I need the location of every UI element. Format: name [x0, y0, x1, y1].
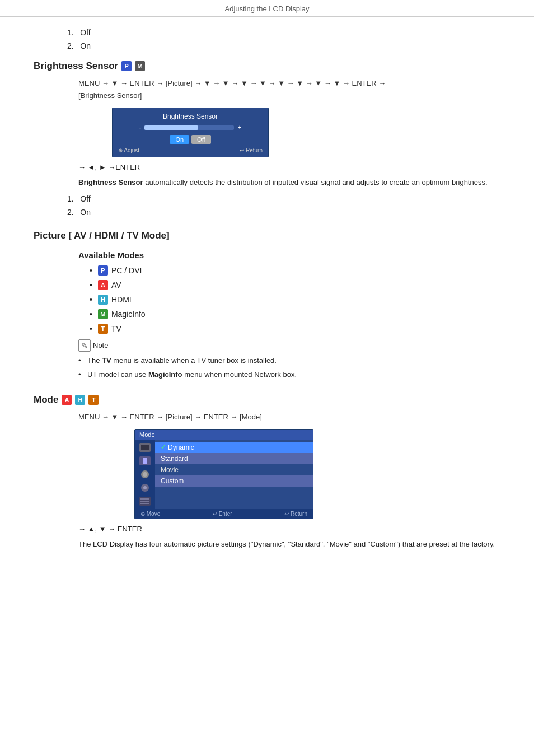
- mode-screen: Mode: [134, 429, 313, 519]
- bs-buttons: On Off: [118, 135, 263, 144]
- bs-minus-icon: -: [139, 124, 141, 132]
- brightness-sensor-heading: Brightness Sensor P M: [34, 60, 500, 72]
- mode-movie: Movie: [155, 464, 313, 475]
- title-text: Adjusting the LCD Display: [224, 4, 309, 13]
- badge-tv: T: [98, 324, 108, 334]
- badge-p: P: [121, 61, 132, 71]
- bs-plus-icon: +: [237, 124, 241, 132]
- bottom-divider: [0, 578, 534, 578]
- mode-dynamic: ✓ Dynamic: [155, 442, 313, 453]
- mode-custom: Custom: [155, 475, 313, 487]
- badge-hdmi: H: [98, 295, 108, 305]
- mode-screen-title: Mode: [135, 430, 313, 440]
- brightness-sensor-screen: Brightness Sensor - + On Off ⊕ Adjust ↩ …: [112, 108, 269, 157]
- mode-tv: • T TV: [90, 324, 500, 334]
- bs-footer: ⊕ Adjust ↩ Return: [118, 146, 263, 153]
- bs-off-button[interactable]: Off: [191, 135, 210, 144]
- note-box: ✎ Note The TV menu is available when a T…: [78, 339, 500, 381]
- svg-point-7: [143, 486, 147, 489]
- svg-point-5: [143, 472, 147, 477]
- list-item-2-on: 2. On: [67, 41, 500, 50]
- bs-screen-title: Brightness Sensor: [118, 113, 263, 120]
- note-item-2: UT model can use MagicInfo menu when mou…: [78, 369, 500, 381]
- mode-empty-rows: [155, 487, 313, 507]
- mode-icon-4: [138, 482, 152, 493]
- badge-pc: P: [98, 265, 108, 276]
- mode-screen-footer: ⊕ Move ↵ Enter ↩ Return: [135, 509, 313, 519]
- mode-screen-icons: [135, 440, 155, 509]
- note-list: The TV menu is available when a TV tuner…: [78, 355, 500, 381]
- mode-pc-dvi: • P PC / DVI: [90, 265, 500, 276]
- note-label: Note: [93, 341, 108, 349]
- bs-list-2: 2. On: [67, 208, 500, 217]
- brightness-sensor-title: Brightness Sensor: [34, 60, 118, 72]
- bs-slider-track: [144, 125, 234, 130]
- mode-section-heading: Mode A H T: [34, 394, 500, 405]
- bs-slider-row: - +: [118, 124, 263, 132]
- mode-screen-menu: ✓ Dynamic Standard Movie Custom: [155, 440, 313, 509]
- mode-av: • A AV: [90, 280, 500, 290]
- badge-av: A: [98, 280, 108, 290]
- picture-section-heading: Picture [ AV / HDMI / TV Mode]: [34, 230, 500, 241]
- note-icon-row: ✎ Note: [78, 339, 108, 352]
- mode-menu-path: MENU → ▼ → ENTER → [Picture] → ENTER → […: [78, 411, 500, 423]
- badge-m: M: [135, 61, 145, 71]
- mode-section-title: Mode: [34, 394, 58, 405]
- note-item-1: The TV menu is available when a TV tuner…: [78, 355, 500, 367]
- mode-icon-1: [138, 442, 152, 453]
- mode-icon-5: [138, 496, 152, 507]
- bs-on-button[interactable]: On: [170, 135, 189, 144]
- svg-rect-3: [143, 458, 147, 464]
- mode-description: The LCD Display has four automatic pictu…: [78, 539, 500, 550]
- bs-slider-fill: [144, 125, 198, 130]
- mode-icon-3: [138, 469, 152, 480]
- list-item-1-off: 1. Off: [67, 28, 500, 37]
- badge-magicinfo: M: [98, 309, 108, 319]
- svg-rect-1: [141, 445, 149, 450]
- mode-arrow-instruction: → ▲, ▼ → ENTER: [78, 525, 500, 533]
- page-container: Adjusting the LCD Display 1. Off 2. On B…: [0, 0, 534, 578]
- brightness-menu-path: MENU → ▼ → ENTER → [Picture] → ▼ → ▼ → ▼…: [78, 77, 500, 102]
- mode-screen-body: ✓ Dynamic Standard Movie Custom: [135, 440, 313, 509]
- available-modes-heading: Available Modes: [78, 250, 500, 260]
- mode-icon-2: [138, 455, 152, 466]
- content-area: 1. Off 2. On Brightness Sensor P M MENU …: [0, 28, 534, 567]
- mode-hdmi: • H HDMI: [90, 295, 500, 305]
- bs-description: Brightness Sensor automatically detects …: [78, 177, 500, 189]
- note-icon: ✎: [78, 339, 91, 352]
- bs-list-1: 1. Off: [67, 194, 500, 203]
- mode-magicinfo: • M MagicInfo: [90, 309, 500, 319]
- mode-badge-t: T: [88, 395, 99, 405]
- mode-badge-h: H: [75, 395, 85, 405]
- mode-badge-a: A: [62, 395, 72, 405]
- picture-section-title: Picture [ AV / HDMI / TV Mode]: [34, 230, 170, 241]
- mode-standard: Standard: [155, 453, 313, 464]
- page-title: Adjusting the LCD Display: [0, 0, 534, 17]
- bs-arrow-instruction: → ◄, ► →ENTER: [78, 163, 500, 171]
